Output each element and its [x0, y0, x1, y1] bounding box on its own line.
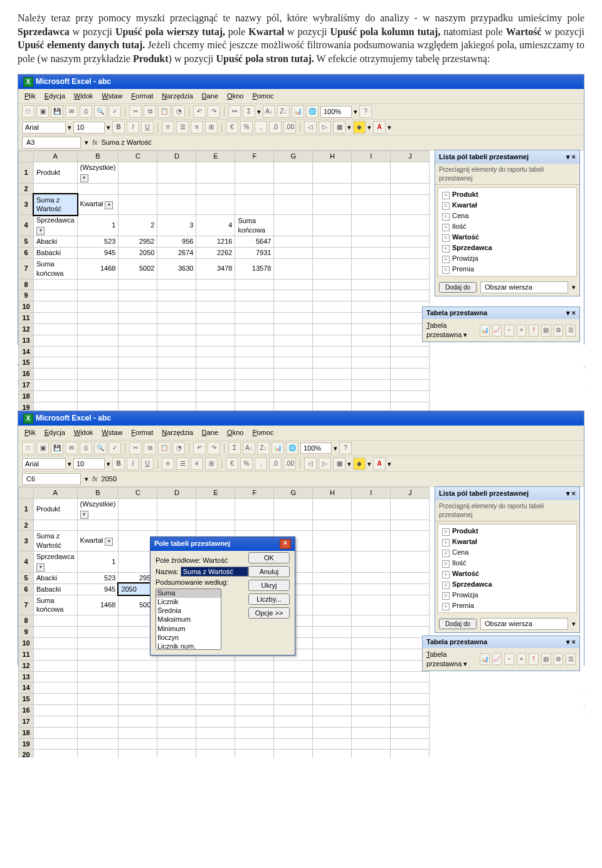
align-center-icon[interactable]: ☰ [176, 458, 189, 470]
paste-icon[interactable]: 📋 [158, 442, 171, 454]
cell[interactable] [157, 301, 196, 313]
preview-icon[interactable]: 🔍 [94, 442, 107, 454]
cell[interactable] [352, 649, 391, 660]
refresh-icon[interactable]: ! [529, 653, 539, 665]
cell[interactable]: 2262 [196, 247, 235, 258]
cell[interactable] [391, 369, 430, 380]
wizard-icon[interactable]: 📊 [480, 325, 490, 337]
cell[interactable] [235, 279, 274, 290]
settings-icon[interactable]: ⚙ [554, 653, 564, 665]
cell[interactable] [119, 694, 157, 705]
cell[interactable] [391, 380, 430, 391]
cell[interactable] [391, 247, 430, 258]
cell[interactable] [352, 583, 391, 595]
cell[interactable] [391, 716, 430, 727]
cell[interactable] [196, 279, 235, 290]
cell[interactable]: 5647 [235, 236, 274, 248]
cell[interactable] [34, 301, 78, 313]
cell[interactable] [391, 671, 430, 682]
cell[interactable] [352, 258, 391, 279]
cell[interactable]: Babacki [34, 247, 78, 258]
cell[interactable] [391, 162, 430, 183]
field-produkt[interactable]: ≡Produkt [441, 526, 574, 536]
cell[interactable] [119, 716, 157, 727]
cell[interactable] [196, 194, 235, 215]
cell[interactable] [34, 716, 78, 727]
cell[interactable]: 956 [157, 236, 196, 248]
sum-icon[interactable]: Σ [243, 105, 255, 118]
align-right-icon[interactable]: ≡ [191, 458, 203, 470]
cell[interactable]: 7931 [235, 247, 274, 258]
cell[interactable] [352, 279, 391, 290]
cell[interactable]: Suma z Wartość [34, 194, 78, 215]
cell[interactable] [196, 380, 235, 391]
cell[interactable] [119, 357, 157, 369]
cell[interactable] [274, 301, 313, 313]
cell[interactable] [313, 595, 352, 615]
cell[interactable] [313, 705, 352, 716]
cell[interactable] [119, 750, 157, 758]
cell[interactable] [274, 290, 313, 301]
cell[interactable] [352, 671, 391, 682]
cell[interactable] [34, 279, 78, 290]
cell[interactable] [235, 290, 274, 301]
preview-icon[interactable]: 🔍 [94, 105, 107, 118]
underline-icon[interactable]: U [141, 121, 154, 133]
cell[interactable] [157, 313, 196, 324]
cell[interactable] [313, 390, 352, 402]
cell[interactable] [119, 346, 157, 357]
cell[interactable] [313, 236, 352, 248]
cell[interactable] [119, 520, 157, 531]
cell[interactable] [34, 727, 78, 738]
cell[interactable]: Produkt [34, 498, 78, 520]
font-size[interactable]: 10 [73, 122, 105, 133]
cell[interactable] [352, 637, 391, 649]
cell[interactable] [274, 716, 313, 727]
menu-pomoc[interactable]: Pomoc [248, 427, 277, 439]
cell[interactable] [77, 716, 119, 727]
cell[interactable] [196, 705, 235, 716]
print-icon[interactable]: ⎙ [80, 105, 92, 118]
cell[interactable] [313, 552, 352, 573]
cell[interactable]: 945 [77, 583, 119, 595]
cell[interactable]: Suma końcowa [34, 595, 78, 615]
help-icon[interactable]: ? [359, 105, 372, 118]
cell[interactable] [196, 390, 235, 402]
new-icon[interactable]: □ [22, 105, 34, 118]
menu-plik[interactable]: Plik [21, 427, 40, 439]
cell[interactable] [235, 357, 274, 369]
fieldlist-controls[interactable]: ▾ × [566, 152, 576, 162]
cell[interactable] [235, 727, 274, 738]
cell[interactable] [77, 682, 119, 694]
cell[interactable] [235, 671, 274, 682]
dec-dec-icon[interactable]: .00 [283, 458, 296, 470]
cell[interactable] [34, 357, 78, 369]
sum-icon[interactable]: Σ [228, 442, 241, 454]
cell[interactable]: Produkt [34, 162, 78, 183]
spell-icon[interactable]: ✓ [108, 442, 121, 454]
cell[interactable]: 13578 [235, 258, 274, 279]
cell[interactable]: 4 [196, 215, 235, 236]
sort-desc-icon[interactable]: Z↓ [277, 105, 290, 118]
cell[interactable] [274, 498, 313, 520]
hide-button[interactable]: Ukryj [248, 580, 290, 591]
cell[interactable] [34, 660, 78, 671]
cell[interactable] [352, 660, 391, 671]
cell[interactable] [313, 279, 352, 290]
cell[interactable] [34, 694, 78, 705]
show-detail-icon[interactable]: + [517, 653, 527, 665]
cell[interactable] [391, 498, 430, 520]
menu-pomoc[interactable]: Pomoc [248, 90, 277, 102]
cell[interactable] [352, 236, 391, 248]
pivot-toolbar-controls[interactable]: ▾ × [566, 637, 576, 647]
cell[interactable] [391, 290, 430, 301]
list-icon[interactable]: ☰ [566, 325, 576, 337]
cell[interactable] [196, 357, 235, 369]
cell[interactable] [34, 369, 78, 380]
cell[interactable] [77, 301, 119, 313]
cell[interactable] [274, 323, 313, 335]
cell[interactable] [157, 671, 196, 682]
field-wartość[interactable]: ≡Wartość [441, 568, 574, 579]
sort-asc-icon[interactable]: A↓ [243, 442, 255, 454]
cell[interactable] [77, 313, 119, 324]
